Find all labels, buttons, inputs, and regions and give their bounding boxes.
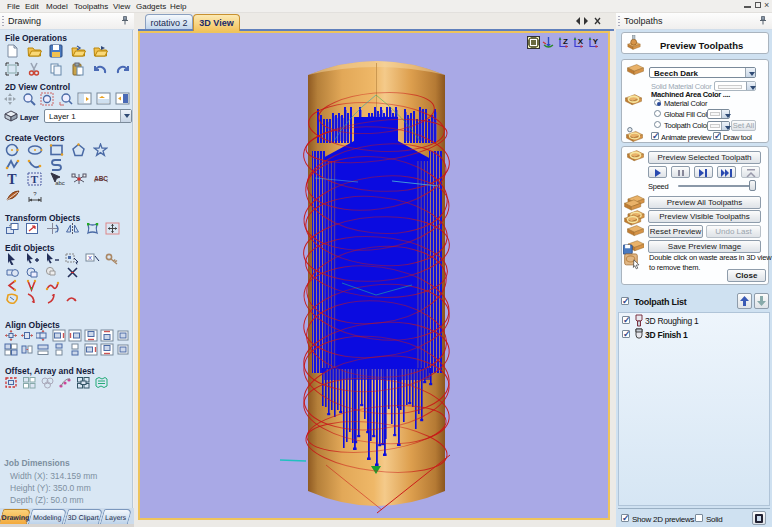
svg-text:Z: Z	[563, 37, 568, 46]
svg-text:X: X	[88, 255, 92, 261]
svg-text:X: X	[578, 37, 584, 46]
svg-text:abc: abc	[55, 180, 65, 186]
svg-text:Y: Y	[593, 37, 599, 46]
svg-text:T: T	[7, 172, 17, 186]
svg-text:?: ?	[33, 191, 37, 197]
svg-text:T: T	[31, 173, 39, 185]
svg-text:ABC: ABC	[94, 175, 108, 182]
